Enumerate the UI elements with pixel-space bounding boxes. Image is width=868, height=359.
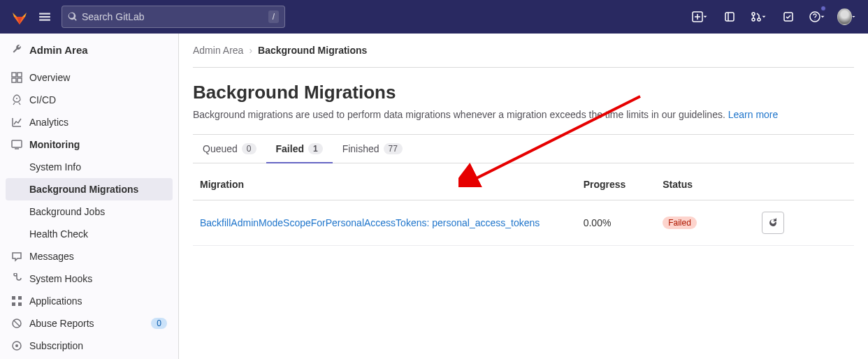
sidebar-item-label: System Info (29, 161, 81, 173)
overview-icon (11, 72, 22, 83)
col-progress: Progress (577, 169, 656, 200)
annotation-arrow-2 (850, 250, 868, 359)
breadcrumb: Admin Area › Background Migrations (193, 45, 854, 56)
sidebar-item-abuse-reports[interactable]: Abuse Reports 0 (0, 312, 178, 335)
messages-icon (11, 251, 22, 262)
sidebar: Admin Area Overview CI/CD Analytics Moni… (0, 34, 179, 359)
retry-button[interactable] (762, 212, 784, 234)
status-tabs: Queued 0 Failed 1 Finished 77 (193, 135, 854, 163)
svg-rect-13 (12, 296, 15, 300)
breadcrumb-root[interactable]: Admin Area (193, 45, 243, 56)
table-row: BackfillAdminModeScopeForPersonalAccessT… (193, 200, 854, 246)
tab-label: Finished (342, 143, 379, 154)
merge-requests-dropdown[interactable] (749, 7, 769, 27)
svg-rect-9 (12, 78, 16, 82)
migration-progress: 0.00% (577, 200, 656, 246)
svg-rect-12 (12, 140, 22, 147)
notification-dot (820, 6, 826, 11)
abuse-count-badge: 0 (151, 318, 167, 329)
svg-point-19 (15, 344, 18, 347)
chevron-down-icon (851, 13, 857, 20)
sidebar-sub-system-info[interactable]: System Info (0, 156, 178, 178)
svg-point-3 (752, 18, 755, 21)
retry-icon (767, 217, 779, 228)
top-right-actions (690, 7, 857, 27)
wrench-icon (11, 43, 22, 57)
search-container: / (62, 6, 285, 28)
learn-more-link[interactable]: Learn more (728, 109, 779, 120)
sidebar-item-applications[interactable]: Applications (0, 290, 178, 312)
tab-finished[interactable]: Finished 77 (333, 135, 412, 163)
status-badge: Failed (663, 217, 697, 229)
chart-icon (11, 117, 22, 128)
main-content: Admin Area › Background Migrations Backg… (179, 34, 868, 359)
sidebar-item-label: Analytics (29, 117, 68, 128)
svg-rect-10 (17, 78, 22, 82)
help-dropdown[interactable] (808, 7, 827, 27)
svg-rect-1 (725, 13, 734, 21)
todos-icon[interactable] (779, 7, 798, 27)
subscription-icon (11, 340, 22, 351)
sidebar-item-label: Messages (29, 251, 74, 262)
sidebar-item-label: Overview (29, 72, 70, 83)
sidebar-item-label: Health Check (29, 228, 88, 240)
user-menu[interactable] (837, 7, 857, 27)
chevron-down-icon (819, 13, 826, 20)
create-new-dropdown[interactable] (690, 7, 710, 27)
sidebar-item-label: Background Jobs (29, 206, 105, 217)
sidebar-item-label: Applications (29, 295, 82, 307)
sidebar-title-text: Admin Area (29, 44, 88, 56)
svg-rect-7 (12, 73, 16, 77)
tab-count-badge: 77 (384, 143, 403, 154)
sidebar-item-subscription[interactable]: Subscription (0, 335, 178, 357)
search-input[interactable] (82, 11, 268, 22)
sidebar-item-label: Subscription (29, 340, 83, 351)
avatar (837, 8, 852, 25)
svg-rect-8 (17, 73, 22, 77)
sidebar-item-overview[interactable]: Overview (0, 66, 178, 89)
hook-icon (11, 273, 22, 284)
col-migration: Migration (193, 169, 577, 200)
sidebar-item-analytics[interactable]: Analytics (0, 111, 178, 133)
tab-queued[interactable]: Queued 0 (193, 135, 266, 163)
hamburger-menu-icon[interactable] (36, 8, 53, 25)
sidebar-item-messages[interactable]: Messages (0, 245, 178, 268)
issues-icon[interactable] (720, 7, 739, 27)
sidebar-item-label: System Hooks (29, 273, 92, 284)
breadcrumb-current: Background Migrations (258, 45, 367, 56)
svg-point-11 (16, 98, 17, 99)
search-input-wrap[interactable]: / (62, 6, 285, 28)
sidebar-sub-background-jobs[interactable]: Background Jobs (0, 200, 178, 223)
apps-icon (11, 295, 22, 307)
sidebar-item-monitoring[interactable]: Monitoring (0, 133, 178, 156)
tab-label: Queued (203, 143, 238, 154)
col-status: Status (656, 169, 755, 200)
rocket-icon (11, 94, 22, 105)
chevron-down-icon (760, 13, 767, 20)
page-title: Background Migrations (193, 82, 854, 103)
sidebar-item-label: Background Migrations (29, 184, 138, 195)
tab-label: Failed (276, 143, 304, 154)
chevron-down-icon (702, 13, 709, 20)
page-description: Background migrations are used to perfor… (193, 109, 854, 120)
abuse-icon (11, 318, 22, 329)
sidebar-sub-background-migrations[interactable]: Background Migrations (6, 178, 173, 200)
search-shortcut-hint: / (268, 10, 279, 23)
tab-failed[interactable]: Failed 1 (266, 135, 333, 163)
gitlab-logo[interactable] (11, 8, 28, 25)
svg-rect-15 (12, 302, 15, 306)
sidebar-item-label: CI/CD (29, 94, 56, 105)
divider (193, 67, 854, 68)
svg-rect-14 (18, 296, 22, 300)
sidebar-sub-health-check[interactable]: Health Check (0, 223, 178, 245)
migration-link[interactable]: BackfillAdminModeScopeForPersonalAccessT… (200, 217, 540, 228)
tab-count-badge: 1 (308, 143, 323, 154)
svg-rect-16 (18, 302, 22, 306)
breadcrumb-separator: › (249, 45, 252, 56)
sidebar-item-system-hooks[interactable]: System Hooks (0, 268, 178, 290)
top-navigation-bar: / (0, 0, 868, 34)
sidebar-item-cicd[interactable]: CI/CD (0, 89, 178, 111)
sidebar-title: Admin Area (0, 34, 178, 66)
tab-count-badge: 0 (242, 143, 256, 154)
monitor-icon (11, 139, 22, 150)
